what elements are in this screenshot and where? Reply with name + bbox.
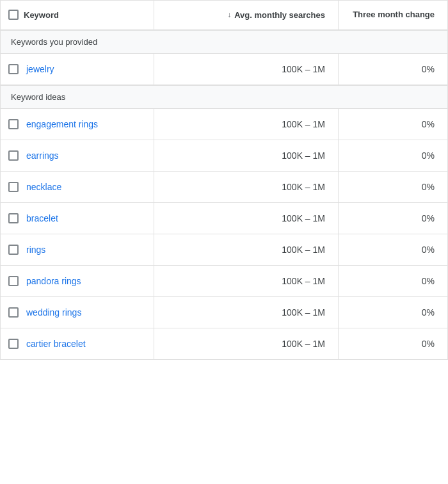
avg-searches-header-label: Avg. monthly searches (234, 10, 325, 20)
section-header-provided: Keywords you provided (1, 30, 447, 54)
change-cell: 0% (339, 266, 447, 296)
avg-searches-cell: 100K – 1M (154, 203, 339, 234)
three-month-column-header: Three month change (339, 1, 447, 29)
keyword-cell: wedding rings (1, 297, 154, 328)
sort-arrow-icon: ↓ (227, 10, 231, 19)
keyword-text[interactable]: engagement rings (26, 119, 98, 129)
avg-searches-cell: 100K – 1M (154, 109, 339, 140)
table-row: cartier bracelet 100K – 1M 0% (1, 328, 447, 359)
avg-searches-cell: 100K – 1M (154, 234, 339, 265)
table-row: engagement rings 100K – 1M 0% (1, 109, 447, 140)
keyword-text[interactable]: bracelet (26, 213, 58, 223)
avg-searches-column-header[interactable]: ↓ Avg. monthly searches (154, 1, 339, 29)
keyword-cell: jewelry (1, 54, 154, 85)
avg-searches-cell: 100K – 1M (154, 140, 339, 171)
table-row: pandora rings 100K – 1M 0% (1, 266, 447, 297)
avg-searches-cell: 100K – 1M (154, 266, 339, 296)
change-cell: 0% (339, 140, 447, 171)
keyword-text[interactable]: jewelry (26, 64, 54, 74)
row-checkbox[interactable] (8, 182, 19, 192)
avg-searches-cell: 100K – 1M (154, 297, 339, 328)
row-checkbox[interactable] (8, 307, 19, 318)
change-cell: 0% (339, 203, 447, 234)
keyword-column-header: Keyword (1, 1, 154, 29)
change-cell: 0% (339, 172, 447, 202)
avg-searches-cell: 100K – 1M (154, 172, 339, 202)
section-header-ideas: Keyword ideas (1, 85, 447, 109)
row-checkbox[interactable] (8, 64, 19, 74)
row-checkbox[interactable] (8, 150, 19, 161)
row-checkbox[interactable] (8, 245, 19, 255)
keyword-text[interactable]: earrings (26, 150, 59, 161)
table-header: Keyword ↓ Avg. monthly searches Three mo… (1, 1, 447, 30)
avg-searches-cell: 100K – 1M (154, 54, 339, 85)
change-cell: 0% (339, 109, 447, 140)
row-checkbox[interactable] (8, 119, 19, 129)
table-row: earrings 100K – 1M 0% (1, 140, 447, 172)
avg-searches-cell: 100K – 1M (154, 328, 339, 359)
table-row: jewelry 100K – 1M 0% (1, 54, 447, 85)
table-row: necklace 100K – 1M 0% (1, 172, 447, 203)
change-cell: 0% (339, 54, 447, 85)
row-checkbox[interactable] (8, 339, 19, 349)
row-checkbox[interactable] (8, 276, 19, 286)
three-month-header-label: Three month change (353, 10, 435, 20)
change-cell: 0% (339, 234, 447, 265)
keyword-cell: pandora rings (1, 266, 154, 296)
keyword-text[interactable]: necklace (26, 182, 61, 192)
keyword-cell: earrings (1, 140, 154, 171)
keyword-cell: necklace (1, 172, 154, 202)
keyword-text[interactable]: wedding rings (26, 307, 81, 318)
keyword-cell: cartier bracelet (1, 328, 154, 359)
table-row: wedding rings 100K – 1M 0% (1, 297, 447, 328)
keyword-cell: rings (1, 234, 154, 265)
keyword-text[interactable]: cartier bracelet (26, 339, 86, 349)
keyword-header-label: Keyword (24, 10, 59, 20)
change-cell: 0% (339, 328, 447, 359)
table-row: bracelet 100K – 1M 0% (1, 203, 447, 234)
change-cell: 0% (339, 297, 447, 328)
table-row: rings 100K – 1M 0% (1, 234, 447, 266)
keyword-text[interactable]: pandora rings (26, 276, 81, 286)
row-checkbox[interactable] (8, 213, 19, 223)
keyword-table: Keyword ↓ Avg. monthly searches Three mo… (0, 0, 448, 360)
keyword-cell: bracelet (1, 203, 154, 234)
keyword-cell: engagement rings (1, 109, 154, 140)
keyword-text[interactable]: rings (26, 245, 45, 255)
select-all-checkbox[interactable] (8, 10, 19, 20)
